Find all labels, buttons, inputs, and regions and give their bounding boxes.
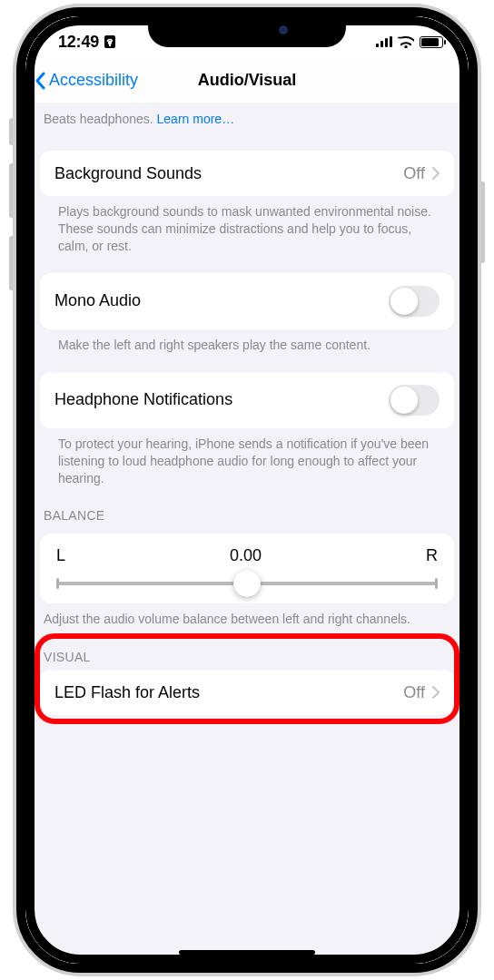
beats-helper-text: Beats headphones. Learn more… [25, 103, 469, 132]
mono-audio-label: Mono Audio [54, 291, 141, 310]
background-sounds-cell[interactable]: Background Sounds Off [40, 151, 454, 196]
chevron-right-icon [432, 686, 440, 699]
volume-up-button [9, 163, 16, 218]
background-sounds-value: Off [403, 164, 425, 183]
screen: 12:49 Accessibility Audio/Visual [25, 16, 469, 964]
headphone-notifications-footer: To protect your hearing, iPhone sends a … [40, 428, 454, 487]
svg-rect-2 [109, 44, 111, 46]
slider-thumb[interactable] [233, 570, 261, 597]
headphone-notifications-cell: Headphone Notifications [40, 372, 454, 428]
cellular-signal-icon [376, 36, 392, 47]
balance-section-header: BALANCE [25, 486, 469, 528]
mono-audio-cell: Mono Audio [40, 273, 454, 329]
background-sounds-label: Background Sounds [54, 164, 202, 183]
nav-title: Audio/Visual [198, 71, 297, 90]
silence-switch [9, 118, 16, 145]
balance-slider-cell: L 0.00 R [40, 534, 454, 603]
mono-audio-footer: Make the left and right speakers play th… [40, 329, 454, 354]
headphone-notifications-label: Headphone Notifications [54, 390, 232, 409]
toggle-knob [390, 387, 418, 414]
front-camera-icon [279, 25, 288, 34]
balance-footer: Adjust the audio volume balance between … [25, 603, 469, 628]
volume-down-button [9, 236, 16, 290]
settings-content[interactable]: Beats headphones. Learn more… Background… [25, 103, 469, 733]
learn-more-link[interactable]: Learn more… [157, 112, 235, 126]
home-indicator[interactable] [179, 950, 315, 955]
portrait-lock-icon [104, 34, 116, 49]
nav-bar: Accessibility Audio/Visual [25, 58, 469, 103]
slider-tick [435, 578, 438, 589]
phone-frame: 12:49 Accessibility Audio/Visual [16, 7, 478, 973]
back-label: Accessibility [49, 71, 138, 90]
back-button[interactable]: Accessibility [35, 71, 138, 90]
balance-right-label: R [426, 546, 438, 565]
power-button [478, 181, 485, 263]
status-time: 12:49 [58, 33, 99, 52]
led-flash-value: Off [403, 683, 425, 702]
slider-tick [56, 578, 59, 589]
scroll-indicator[interactable] [462, 125, 465, 579]
chevron-right-icon [432, 167, 440, 180]
battery-icon [420, 36, 443, 48]
background-sounds-footer: Plays background sounds to mask unwanted… [40, 196, 454, 255]
balance-value: 0.00 [230, 546, 262, 565]
led-flash-cell[interactable]: LED Flash for Alerts Off [40, 670, 454, 715]
visual-section-header: VISUAL [25, 628, 469, 670]
balance-slider[interactable] [56, 582, 438, 585]
chevron-left-icon [35, 72, 45, 90]
led-flash-label: LED Flash for Alerts [54, 683, 200, 702]
wifi-icon [398, 36, 414, 48]
notch [148, 16, 346, 47]
balance-left-label: L [56, 546, 65, 565]
mono-audio-toggle[interactable] [389, 286, 440, 317]
headphone-notifications-toggle[interactable] [389, 385, 440, 416]
toggle-knob [390, 288, 418, 315]
